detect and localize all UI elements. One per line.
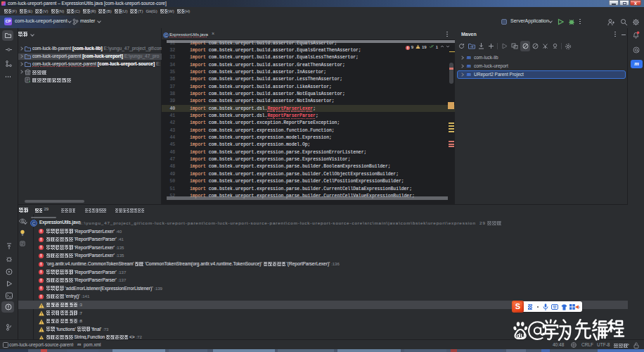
- svg-text:C: C: [32, 220, 36, 225]
- svg-text:C: C: [165, 33, 167, 37]
